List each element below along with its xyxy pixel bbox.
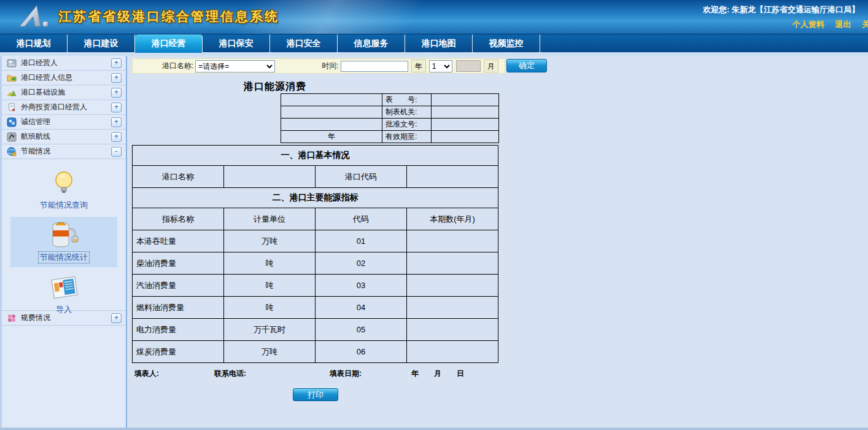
indicator-name: 燃料油消费量 [133, 297, 224, 319]
table-row: 制表机关: [281, 106, 499, 119]
expand-button[interactable]: + [111, 117, 122, 127]
tab-port-security[interactable]: 港口保安 [203, 34, 270, 53]
close-link[interactable]: 关闭 [862, 20, 868, 29]
sidebar-item-port-infrastructure[interactable]: 港口基础设施 + [2, 85, 126, 100]
sidebar-item-foreign-investment[interactable]: 外商投资港口经营人 + [2, 100, 126, 115]
info-value [432, 119, 499, 131]
expand-button[interactable]: + [111, 103, 122, 112]
import-icon [48, 273, 80, 302]
expand-button[interactable]: + [111, 73, 122, 83]
basic-info-row: 港口名称 港口代码 [133, 166, 498, 188]
sidebar-item-energy-saving[interactable]: 节能情况 - [2, 144, 126, 159]
welcome-text: 欢迎您: 朱新龙【江苏省交通运输厅港口局】 [703, 4, 859, 15]
expand-button[interactable]: + [111, 88, 122, 98]
table-row: 表 号: [281, 94, 499, 106]
year-input[interactable] [341, 61, 408, 72]
info-label: 批准文号: [382, 119, 432, 131]
form-filler-label: 填表人: [134, 369, 159, 379]
value-cell [407, 319, 498, 341]
energy-query-item[interactable]: 节能情况查询 [10, 165, 117, 214]
energy-report-table: 一、港口基本情况 港口名称 港口代码 二、港口主要能源指标 指标名称 计量单位 … [132, 145, 498, 363]
fill-date-label: 填表日期: [330, 369, 362, 379]
indicator-name: 汽油消费量 [133, 275, 224, 297]
port-code-value [407, 166, 498, 188]
code-cell: 02 [316, 252, 407, 275]
column-header: 指标名称 [133, 208, 224, 230]
sidebar-item-label: 节能情况 [21, 146, 111, 157]
collapse-button[interactable]: - [111, 147, 122, 157]
contact-phone-label: 联系电话: [214, 369, 246, 379]
value-cell [407, 230, 498, 252]
code-cell: 01 [316, 230, 407, 252]
code-cell: 06 [316, 341, 407, 363]
expand-button[interactable]: + [111, 58, 122, 68]
profile-link[interactable]: 个人资料 [792, 20, 824, 29]
globe-icon [7, 147, 17, 157]
route-icon [7, 132, 17, 142]
info-value [432, 131, 499, 143]
sidebar-item-label: 外商投资港口经营人 [21, 102, 111, 112]
report-info-table: 表 号: 制表机关: 批准文号: 年 有效期至: [281, 93, 499, 143]
document-pen-icon [7, 103, 17, 112]
sidebar-item-label: 港口经营人信息 [21, 72, 111, 83]
energy-saving-panel: 节能情况查询 节能情况统计 [2, 159, 126, 311]
table-row: 煤炭消费量 万吨 06 [133, 341, 498, 363]
battery-plug-icon [48, 221, 80, 249]
energy-stats-label: 节能情况统计 [38, 251, 90, 264]
section1-title: 一、港口基本情况 [133, 146, 498, 166]
confirm-button[interactable]: 确定 [506, 59, 547, 72]
column-header: 本期数(年月) [407, 208, 498, 230]
day-label: 日 [457, 369, 464, 379]
logout-link[interactable]: 退出 [835, 20, 851, 29]
tab-port-operation[interactable]: 港口经营 [135, 34, 203, 53]
energy-stats-item[interactable]: 节能情况统计 [10, 217, 117, 267]
tab-info-service[interactable]: 信息服务 [338, 34, 405, 53]
report-title: 港口能源消费 [244, 80, 306, 93]
time-label: 时间: [322, 61, 338, 71]
sidebar-item-label: 诚信管理 [21, 117, 111, 127]
value-cell [407, 297, 498, 319]
sidebar-item-flight-routes[interactable]: 航班航线 + [2, 130, 126, 144]
port-name-select[interactable]: =请选择= [195, 60, 275, 72]
unit-cell: 万吨 [224, 230, 316, 252]
sidebar-item-label: 港口基础设施 [21, 87, 111, 98]
sidebar-item-fees[interactable]: 规费情况 + [2, 311, 126, 326]
header-links: 个人资料 退出 关闭 [784, 19, 868, 30]
indicator-name: 电力消费量 [133, 319, 224, 341]
print-button[interactable]: 打印 [293, 388, 338, 401]
code-cell: 03 [316, 275, 407, 297]
info-cell [281, 106, 382, 119]
info-label: 有效期至: [382, 131, 432, 143]
filter-bar: 港口名称: =请选择= 时间: 年 1 月 [132, 58, 505, 74]
sidebar-item-label: 港口经营人 [21, 58, 111, 68]
month-select[interactable]: 1 [429, 60, 452, 72]
column-header: 计量单位 [224, 208, 316, 230]
table-row: 批准文号: [281, 119, 499, 131]
value-cell [407, 275, 498, 297]
tab-port-planning[interactable]: 港口规划 [0, 34, 68, 53]
expand-button[interactable]: + [111, 313, 122, 323]
value-cell [407, 341, 498, 363]
section2-title: 二、港口主要能源指标 [133, 188, 498, 208]
main-panel: 港口名称: =请选择= 时间: 年 1 月 确定 港口能源消费 表 号: [127, 56, 868, 428]
sidebar-item-operator-info[interactable]: 港口经营人信息 + [2, 71, 126, 85]
column-header-row: 指标名称 计量单位 代码 本期数(年月) [133, 208, 498, 230]
energy-query-label: 节能情况查询 [40, 200, 88, 211]
tab-port-map[interactable]: 港口地图 [405, 34, 473, 53]
expand-button[interactable]: + [111, 132, 122, 142]
sidebar-item-port-operators[interactable]: 港口经营人 + [2, 56, 126, 71]
tab-video-monitor[interactable]: 视频监控 [473, 34, 540, 53]
sidebar-item-label: 规费情况 [21, 313, 111, 323]
info-cell [281, 94, 382, 106]
tab-port-construction[interactable]: 港口建设 [68, 34, 135, 53]
tab-port-safety[interactable]: 港口安全 [270, 34, 338, 53]
month-suffix-label: 月 [484, 60, 498, 72]
app-header: 江苏省省级港口综合管理信息系统 欢迎您: 朱新龙【江苏省交通运输厅港口局】 个人… [0, 0, 868, 34]
code-cell: 04 [316, 297, 407, 319]
info-value [432, 106, 499, 119]
sidebar-item-credit-management[interactable]: 诚信管理 + [2, 115, 126, 130]
flower-icon [7, 313, 17, 323]
port-code-cell: 港口代码 [316, 166, 407, 188]
info-label: 表 号: [382, 94, 432, 106]
code-cell: 05 [316, 319, 407, 341]
